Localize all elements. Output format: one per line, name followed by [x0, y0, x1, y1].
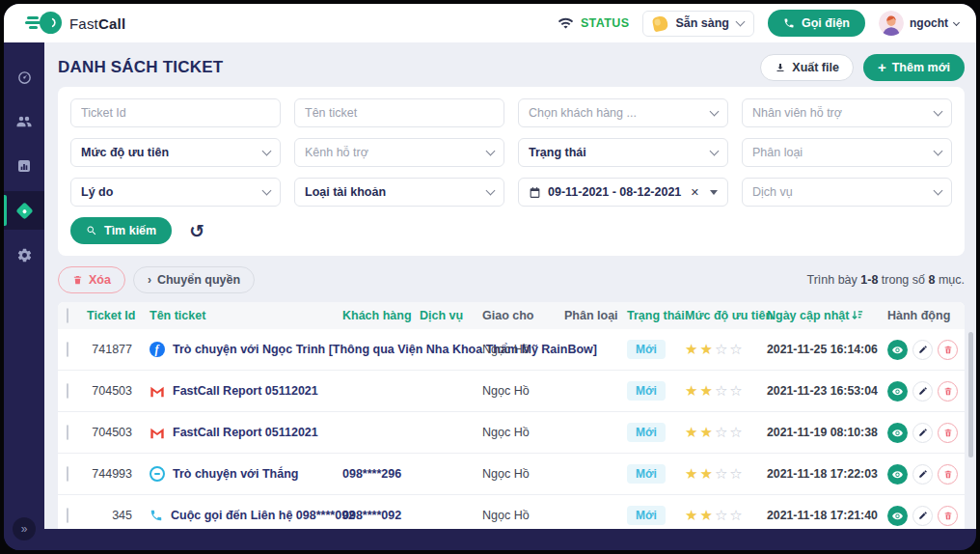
status-label: STATUS	[581, 16, 630, 30]
export-file-label: Xuất file	[792, 61, 839, 74]
status-select[interactable]: Trạng thái	[518, 138, 728, 167]
star-empty-icon: ☆	[729, 507, 744, 524]
gmail-icon	[150, 427, 165, 439]
row-checkbox[interactable]	[67, 508, 68, 523]
settings-icon	[16, 247, 33, 263]
header-checkbox-cell	[58, 309, 87, 322]
report-icon	[16, 158, 32, 174]
chevron-down-icon	[262, 185, 272, 195]
service-select[interactable]: Dịch vụ	[742, 178, 952, 207]
row-assignee: Ngọc Hồ	[482, 426, 564, 439]
reset-filters-icon[interactable]: ↺	[189, 222, 204, 240]
view-button[interactable]	[887, 381, 908, 402]
view-button[interactable]	[887, 423, 908, 443]
chevron-right-icon: ›	[148, 273, 151, 287]
column-header[interactable]: Mức độ ưu tiên	[685, 309, 767, 322]
calendar-icon	[529, 186, 541, 199]
delete-row-button[interactable]	[938, 423, 958, 443]
sidebar-item-tickets[interactable]	[4, 191, 44, 230]
edit-button[interactable]	[912, 506, 933, 526]
delete-row-button[interactable]	[938, 340, 958, 360]
call-button[interactable]: Gọi điện	[768, 10, 865, 37]
edit-button[interactable]	[912, 340, 933, 360]
gmail-icon	[150, 385, 165, 398]
row-checkbox[interactable]	[67, 342, 68, 357]
brand-name: FastCall	[69, 15, 125, 32]
star-filled-icon: ★	[699, 382, 714, 400]
sidebar-item-users[interactable]	[4, 102, 44, 141]
ticket-name-input[interactable]	[294, 98, 504, 127]
select-all-checkbox[interactable]	[67, 308, 68, 323]
phone-icon	[783, 17, 795, 29]
delete-button[interactable]: Xóa	[58, 266, 125, 293]
table-header-row: Ticket IdTên ticketKhách hàngDịch vụGiao…	[58, 302, 965, 329]
row-ticket-id: 744993	[87, 467, 140, 481]
row-name[interactable]: Cuộc gọi đến Liên hệ 098****092	[171, 509, 355, 522]
scrollbar-thumb[interactable]	[968, 332, 973, 457]
row-name[interactable]: FastCall Report 05112021	[173, 426, 318, 439]
chevron-down-icon	[486, 185, 496, 195]
clear-date-icon[interactable]: ✕	[691, 186, 699, 199]
view-button[interactable]	[887, 506, 908, 526]
row-ticket-id: 704503	[87, 426, 140, 439]
edit-button[interactable]	[912, 464, 933, 485]
column-header[interactable]: Tên ticket	[140, 309, 342, 322]
date-range-picker[interactable]: 09-11-2021 - 08-12-2021 ✕	[518, 178, 728, 207]
table-row: 345 Cuộc gọi đến Liên hệ 098****092 098*…	[58, 495, 965, 529]
view-button[interactable]	[887, 340, 908, 360]
support-agent-select[interactable]: Nhân viên hỗ trợ	[742, 98, 952, 127]
channel-select[interactable]: Kênh hỗ trợ	[294, 138, 504, 167]
delete-row-button[interactable]	[938, 381, 958, 402]
account-type-select[interactable]: Loại tài khoản	[294, 178, 504, 207]
row-assignee: Ngọc Hồ	[482, 384, 564, 398]
search-button[interactable]: Tìm kiếm	[70, 217, 172, 244]
status-badge: Mới	[627, 381, 666, 401]
delete-row-button[interactable]	[938, 506, 958, 526]
availability-dropdown[interactable]: Sẵn sàng	[642, 11, 754, 37]
sidebar-item-settings[interactable]	[4, 235, 44, 274]
pagination-summary: Trình bày 1-8 trong số 8 mục.	[806, 273, 965, 287]
row-checkbox[interactable]	[67, 383, 68, 399]
sidebar-item-dashboard[interactable]	[4, 58, 44, 97]
chevron-down-icon	[262, 146, 272, 155]
priority-select[interactable]: Mức độ ưu tiên	[70, 138, 281, 167]
view-button[interactable]	[887, 464, 908, 485]
row-updated: 2021-11-23 16:53:04	[767, 384, 887, 398]
row-checkbox[interactable]	[67, 425, 68, 440]
status-badge: Mới	[627, 423, 666, 442]
row-customer: 098****296	[342, 467, 420, 481]
column-header[interactable]: Khách hàng	[342, 309, 420, 322]
category-select[interactable]: Phân loại	[742, 138, 952, 167]
ticket-id-input[interactable]	[70, 98, 281, 127]
row-updated: 2021-11-18 17:21:40	[767, 509, 887, 522]
chevron-down-icon	[486, 146, 496, 155]
star-empty-icon: ☆	[729, 341, 744, 358]
edit-button[interactable]	[912, 381, 933, 402]
user-menu[interactable]: ngocht	[879, 11, 959, 36]
column-header[interactable]: Dịch vụ	[420, 309, 482, 322]
priority-stars: ★★☆☆	[685, 341, 745, 358]
sidebar-collapse-button[interactable]: »	[13, 517, 36, 540]
customer-select[interactable]: Chọn khách hàng ...	[518, 98, 728, 127]
reason-select[interactable]: Lý do	[70, 178, 281, 207]
caret-down-icon	[710, 190, 718, 195]
row-name[interactable]: FastCall Report 05112021	[173, 384, 318, 398]
delete-row-button[interactable]	[938, 464, 958, 485]
table-row: 704503 FastCall Report 05112021 Ngọc Hồ …	[58, 371, 965, 412]
export-file-button[interactable]: Xuất file	[760, 54, 854, 81]
status-badge: Mới	[627, 464, 666, 484]
fastcall-logo[interactable]: FastCall	[27, 12, 125, 35]
transfer-rights-button[interactable]: › Chuyển quyền	[133, 266, 255, 293]
chevron-down-icon	[934, 185, 943, 195]
column-header[interactable]: Trạng thái	[627, 309, 685, 322]
row-checkbox[interactable]	[67, 466, 68, 482]
column-header[interactable]: Ticket Id	[87, 309, 140, 322]
edit-button[interactable]	[912, 423, 933, 443]
chevron-down-icon	[736, 16, 746, 26]
row-ticket-id: 704503	[87, 384, 140, 398]
add-new-button[interactable]: + Thêm mới	[863, 54, 965, 81]
sidebar-item-reports[interactable]	[4, 147, 44, 185]
row-name[interactable]: Trò chuyện với Thắng	[173, 467, 298, 481]
column-header[interactable]: Ngày cập nhật	[767, 309, 887, 322]
trash-icon	[72, 274, 83, 286]
